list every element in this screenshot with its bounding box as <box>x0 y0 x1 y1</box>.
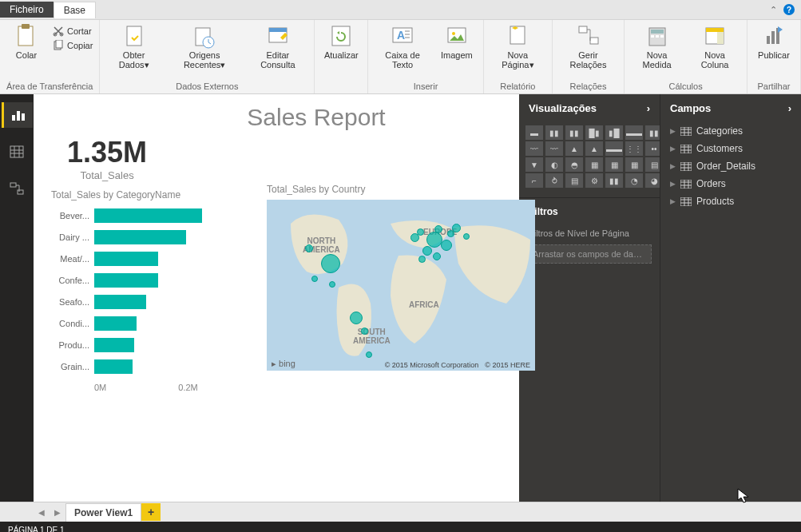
filter-drop-zone[interactable]: Arrastar os campos de dados... <box>527 244 652 264</box>
viz-type-button[interactable]: ▮▮ <box>605 173 623 188</box>
svg-rect-22 <box>656 35 659 38</box>
get-data-button[interactable]: Obter Dados▾ <box>105 22 162 81</box>
filters-header: Filtros <box>519 197 660 225</box>
table-icon <box>680 127 692 136</box>
viz-type-button[interactable]: ▮▮ <box>565 125 583 140</box>
paste-button[interactable]: Colar <box>5 22 48 81</box>
data-view-button[interactable] <box>2 139 31 165</box>
chevron-right-icon[interactable]: › <box>788 102 791 114</box>
tab-prev-icon[interactable]: ◀ <box>34 508 50 517</box>
viz-type-button[interactable]: ▤ <box>565 173 583 188</box>
bar-row[interactable]: Dairy ... <box>51 227 227 247</box>
svg-rect-5 <box>56 40 62 48</box>
kpi-card[interactable]: 1.35M Total_Sales <box>67 136 147 181</box>
bar-row[interactable]: Produ... <box>51 335 227 355</box>
report-canvas[interactable]: Sales Report 1.35M Total_Sales Total_Sal… <box>34 94 519 502</box>
report-view-button[interactable] <box>2 102 33 128</box>
viz-type-button[interactable]: ▮█ <box>605 125 623 140</box>
viz-type-button[interactable]: ⋮⋮ <box>625 141 643 156</box>
kpi-value: 1.35M <box>67 136 147 169</box>
manage-relations-button[interactable]: Gerir Relações <box>557 22 619 81</box>
viz-type-button[interactable]: ▲ <box>565 141 583 156</box>
map-visual[interactable]: Total_Sales by Country NORTHAMERICA SOUT… <box>267 184 535 371</box>
fields-pane: Campos › ▶Categories▶Customers▶Order_Det… <box>660 94 801 502</box>
new-column-button[interactable]: Nova Coluna <box>688 22 742 81</box>
field-table[interactable]: ▶Categories <box>660 122 801 140</box>
viz-type-button[interactable]: ▦ <box>625 157 643 172</box>
page-tab[interactable]: Power View1 <box>65 503 141 522</box>
bar-row[interactable]: Bever... <box>51 205 227 225</box>
bar-row[interactable]: Condi... <box>51 313 227 333</box>
copy-button[interactable]: Copiar <box>51 39 94 52</box>
bar-row[interactable]: Grain... <box>51 356 227 376</box>
bar-row[interactable]: Confe... <box>51 270 227 290</box>
bar-row[interactable]: Seafo... <box>51 292 227 312</box>
svg-rect-20 <box>651 30 664 34</box>
viz-type-button[interactable]: ⥁ <box>545 173 563 188</box>
chevron-right-icon[interactable]: › <box>647 102 650 114</box>
viz-type-button[interactable]: █▮ <box>585 125 603 140</box>
publish-button[interactable]: Publicar <box>752 22 795 81</box>
viz-type-button[interactable]: ◔ <box>625 173 643 188</box>
model-view-button[interactable] <box>2 176 31 201</box>
viz-type-button[interactable]: ▦ <box>585 157 603 172</box>
bar-chart-visual[interactable]: Total_Sales by CategoryName Bever...Dair… <box>51 181 227 392</box>
svg-rect-23 <box>660 35 664 38</box>
clipboard-icon <box>14 23 39 49</box>
recent-sources-button[interactable]: Origens Recentes▾ <box>166 22 244 81</box>
svg-rect-25 <box>706 28 724 32</box>
world-map-icon <box>267 200 535 371</box>
relations-icon <box>576 23 601 49</box>
new-measure-button[interactable]: Nova Medida <box>629 22 684 81</box>
field-table[interactable]: ▶Orders <box>660 175 801 193</box>
refresh-icon <box>328 23 354 49</box>
viz-type-button[interactable]: 〰 <box>545 141 563 156</box>
tab-next-icon[interactable]: ▶ <box>50 508 65 517</box>
viz-type-button[interactable]: ▮▮ <box>545 125 563 140</box>
viz-type-button[interactable]: ▬▬ <box>605 141 623 156</box>
svg-rect-40 <box>680 180 692 189</box>
image-icon <box>444 23 470 49</box>
cut-button[interactable]: Cortar <box>51 25 94 38</box>
textbox-button[interactable]: A Caixa de Texto <box>373 22 432 81</box>
table-icon <box>10 145 24 158</box>
viz-type-button[interactable]: ◓ <box>565 157 583 172</box>
viz-type-button[interactable]: ▬ <box>525 125 543 140</box>
map-attribution: © 2015 Microsoft Corporation© 2015 HERE <box>385 361 530 369</box>
viz-type-button[interactable]: ▬▬ <box>625 125 643 140</box>
tab-home[interactable]: Base <box>54 2 96 18</box>
title-bar: Ficheiro Base ⌃ ? <box>0 0 801 20</box>
share-label: Partilhar <box>752 81 795 92</box>
refresh-button[interactable]: Atualizar <box>319 22 363 81</box>
svg-rect-16 <box>510 26 525 44</box>
viz-type-button[interactable]: ▲ <box>585 141 603 156</box>
viz-type-button[interactable]: ▼ <box>525 157 543 172</box>
viz-type-button[interactable]: ▦ <box>605 157 623 172</box>
bar-row[interactable]: Meat/... <box>51 248 227 268</box>
page-tab-bar: ◀ ▶ Power View1 + <box>0 502 801 522</box>
collapse-ribbon-icon[interactable]: ⌃ <box>770 5 777 15</box>
insert-label: Inserir <box>373 81 478 92</box>
svg-rect-33 <box>10 146 23 157</box>
viz-type-button[interactable]: ◐ <box>545 157 563 172</box>
table-icon <box>680 180 692 189</box>
visualizations-pane: Visualizações › ▬▮▮▮▮█▮▮█▬▬▮▮〰〰▲▲▬▬⋮⋮••▼… <box>519 94 660 502</box>
help-icon[interactable]: ? <box>783 4 795 15</box>
svg-rect-28 <box>771 31 775 44</box>
field-table[interactable]: ▶Products <box>660 193 801 210</box>
field-table[interactable]: ▶Order_Details <box>660 157 801 175</box>
svg-rect-38 <box>680 145 692 153</box>
svg-rect-0 <box>18 26 33 46</box>
add-page-button[interactable]: + <box>141 503 161 521</box>
get-data-icon <box>121 23 147 49</box>
tab-file[interactable]: Ficheiro <box>0 2 54 18</box>
viz-type-button[interactable]: 〰 <box>525 141 543 156</box>
svg-rect-11 <box>332 26 350 46</box>
new-page-button[interactable]: Nova Página▾ <box>489 22 547 81</box>
svg-rect-17 <box>579 26 587 33</box>
recent-icon <box>192 23 217 49</box>
viz-type-button[interactable]: ⚙ <box>585 173 603 188</box>
field-table[interactable]: ▶Customers <box>660 140 801 157</box>
edit-query-button[interactable]: Editar Consulta <box>246 22 309 81</box>
image-button[interactable]: Imagem <box>435 22 478 81</box>
